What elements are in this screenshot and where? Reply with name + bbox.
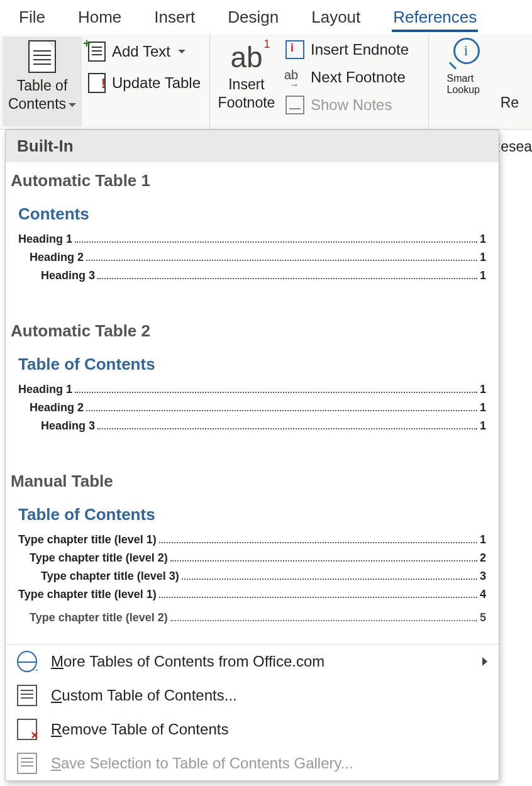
remove-icon <box>17 719 37 740</box>
insert-endnote-button[interactable]: Insert Endnote <box>285 40 421 59</box>
table-of-contents-button[interactable]: Table of Contents <box>3 36 82 126</box>
add-text-button[interactable]: Add Text <box>88 42 201 62</box>
insert-footnote-line1: Insert <box>228 76 265 92</box>
save-icon <box>17 753 37 774</box>
toc-gallery: Automatic Table 1 Contents Heading 11 He… <box>6 162 499 644</box>
chevron-down-icon <box>178 50 186 53</box>
smart-lookup-button[interactable]: Smart Lookup <box>435 36 492 126</box>
toc-gallery-item-manual[interactable]: Manual Table Table of Contents Type chap… <box>6 463 499 633</box>
add-text-label: Add Text <box>112 43 170 60</box>
toc-preview: Table of Contents Type chapter title (le… <box>9 505 495 633</box>
show-notes-button: Show Notes <box>285 96 421 114</box>
more-tocs-label: More Tables of Contents from Office.com <box>51 653 324 670</box>
tab-home[interactable]: Home <box>78 8 121 27</box>
tab-insert[interactable]: Insert <box>154 8 195 27</box>
custom-toc-button[interactable]: Custom Table of Contents... <box>6 678 499 712</box>
toc-preview: Contents Heading 11 Heading 21 Heading 3… <box>9 204 495 282</box>
add-text-icon <box>88 42 106 62</box>
insert-footnote-button[interactable]: ab1 Insert Footnote <box>213 36 280 126</box>
update-table-button[interactable]: Update Table <box>88 73 201 93</box>
document-icon <box>28 40 56 73</box>
toc-preview-title: Table of Contents <box>18 505 486 528</box>
footnote-icon: ab1 <box>230 40 262 74</box>
next-footnote-label: Next Footnote <box>311 69 406 86</box>
toc-label-line2: Contents <box>8 96 66 112</box>
magnifier-icon <box>447 38 480 70</box>
toc-gallery-header: Built-In <box>6 130 499 162</box>
group-research: Smart Lookup Re <box>429 34 525 129</box>
show-notes-icon <box>285 96 304 114</box>
chevron-down-icon <box>69 103 76 107</box>
toc-item-title: Automatic Table 2 <box>9 321 495 355</box>
smart-lookup-line1: Smart <box>447 73 474 84</box>
custom-toc-label: Custom Table of Contents... <box>51 687 237 704</box>
submenu-arrow-icon <box>482 657 487 666</box>
ribbon: Table of Contents Add Text Update Table … <box>0 34 532 130</box>
toc-preview-title: Contents <box>18 204 486 228</box>
insert-endnote-label: Insert Endnote <box>311 41 409 58</box>
next-footnote-icon <box>285 68 304 87</box>
remove-toc-label: Remove Table of Contents <box>51 721 228 738</box>
toc-item-title: Manual Table <box>9 472 495 505</box>
tab-references[interactable]: References <box>393 8 477 27</box>
toc-label-line1: Table of <box>17 77 68 94</box>
researcher-partial: Re <box>501 36 519 111</box>
toc-preview: Table of Contents Heading 11 Heading 21 … <box>9 355 495 433</box>
save-gallery-label: Save Selection to Table of Contents Gall… <box>51 755 353 772</box>
globe-icon <box>17 651 37 672</box>
ribbon-tabs: File Home Insert Design Layout Reference… <box>0 0 532 34</box>
remove-toc-button[interactable]: Remove Table of Contents <box>6 712 499 746</box>
toc-dropdown-panel: Built-In Automatic Table 1 Contents Head… <box>5 130 499 781</box>
group-footnotes: ab1 Insert Footnote Insert Endnote Next … <box>210 34 429 129</box>
insert-footnote-line2: Footnote <box>218 94 275 111</box>
toc-item-title: Automatic Table 1 <box>9 171 495 204</box>
document-icon <box>17 685 37 706</box>
group-table-of-contents: Table of Contents Add Text Update Table <box>0 34 210 129</box>
tab-layout[interactable]: Layout <box>311 8 360 27</box>
update-table-label: Update Table <box>112 74 201 92</box>
toc-gallery-item-auto2[interactable]: Automatic Table 2 Table of Contents Head… <box>6 313 499 463</box>
next-footnote-button[interactable]: Next Footnote <box>285 68 421 87</box>
tab-design[interactable]: Design <box>228 8 279 27</box>
toc-gallery-item-auto1[interactable]: Automatic Table 1 Contents Heading 11 He… <box>6 162 499 313</box>
endnote-icon <box>285 40 304 59</box>
tab-file[interactable]: File <box>19 8 45 27</box>
more-tocs-office-button[interactable]: More Tables of Contents from Office.com <box>6 645 499 678</box>
show-notes-label: Show Notes <box>311 96 392 114</box>
save-to-gallery-button: Save Selection to Table of Contents Gall… <box>6 746 499 780</box>
update-table-icon <box>88 73 106 93</box>
toc-preview-title: Table of Contents <box>18 355 486 378</box>
smart-lookup-line2: Lookup <box>447 84 480 95</box>
